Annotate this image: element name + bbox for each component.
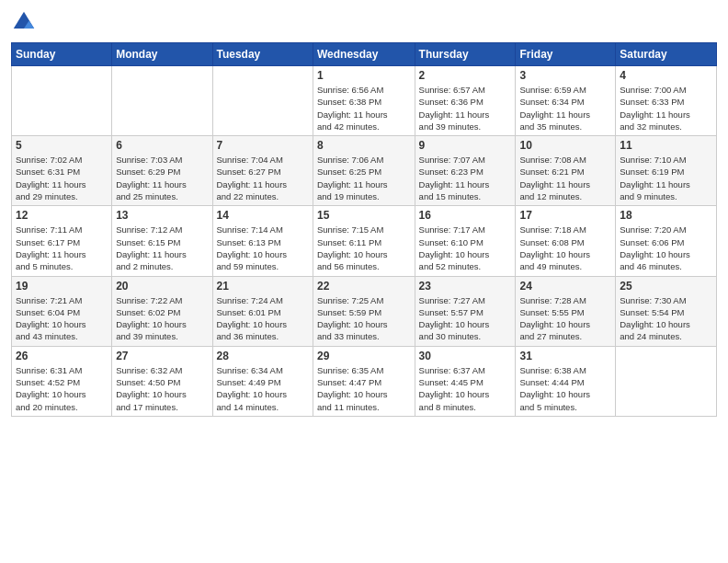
header (11, 9, 717, 35)
day-info: Sunrise: 6:35 AM Sunset: 4:47 PM Dayligh… (317, 364, 411, 413)
day-info: Sunrise: 7:03 AM Sunset: 6:29 PM Dayligh… (116, 154, 208, 202)
calendar-cell: 21Sunrise: 7:24 AM Sunset: 6:01 PM Dayli… (212, 276, 313, 346)
calendar-cell: 31Sunrise: 6:38 AM Sunset: 4:44 PM Dayli… (516, 346, 616, 416)
day-number: 13 (116, 209, 208, 222)
day-number: 20 (116, 280, 208, 293)
day-number: 30 (419, 350, 512, 362)
calendar-cell (12, 66, 112, 136)
day-number: 22 (317, 280, 411, 293)
calendar-cell: 25Sunrise: 7:30 AM Sunset: 5:54 PM Dayli… (616, 276, 717, 346)
day-info: Sunrise: 7:28 AM Sunset: 5:55 PM Dayligh… (519, 294, 611, 343)
day-number: 11 (620, 139, 712, 152)
day-info: Sunrise: 6:59 AM Sunset: 6:34 PM Dayligh… (519, 84, 611, 132)
day-info: Sunrise: 7:17 AM Sunset: 6:10 PM Dayligh… (419, 224, 512, 272)
calendar-cell: 5Sunrise: 7:02 AM Sunset: 6:31 PM Daylig… (12, 136, 112, 206)
day-info: Sunrise: 7:08 AM Sunset: 6:21 PM Dayligh… (519, 154, 611, 202)
calendar-cell: 30Sunrise: 6:37 AM Sunset: 4:45 PM Dayli… (415, 346, 516, 416)
day-info: Sunrise: 7:24 AM Sunset: 6:01 PM Dayligh… (217, 294, 309, 343)
day-info: Sunrise: 6:31 AM Sunset: 4:52 PM Dayligh… (16, 364, 108, 413)
day-info: Sunrise: 7:11 AM Sunset: 6:17 PM Dayligh… (16, 224, 108, 272)
day-number: 24 (519, 280, 611, 293)
calendar-header-row: SundayMondayTuesdayWednesdayThursdayFrid… (12, 43, 717, 66)
calendar-header-sunday: Sunday (12, 43, 112, 66)
calendar-cell: 12Sunrise: 7:11 AM Sunset: 6:17 PM Dayli… (12, 206, 112, 276)
day-number: 17 (519, 209, 611, 222)
day-number: 19 (16, 280, 108, 293)
day-number: 14 (217, 209, 309, 222)
logo (11, 9, 40, 35)
calendar-cell: 6Sunrise: 7:03 AM Sunset: 6:29 PM Daylig… (112, 136, 212, 206)
calendar-cell: 4Sunrise: 7:00 AM Sunset: 6:33 PM Daylig… (616, 66, 717, 136)
calendar-cell: 19Sunrise: 7:21 AM Sunset: 6:04 PM Dayli… (12, 276, 112, 346)
day-info: Sunrise: 7:20 AM Sunset: 6:06 PM Dayligh… (620, 224, 712, 272)
day-info: Sunrise: 7:15 AM Sunset: 6:11 PM Dayligh… (317, 224, 411, 272)
day-number: 16 (419, 209, 512, 222)
day-number: 15 (317, 209, 411, 222)
calendar-header-monday: Monday (112, 43, 212, 66)
calendar-cell: 20Sunrise: 7:22 AM Sunset: 6:02 PM Dayli… (112, 276, 212, 346)
calendar-cell: 11Sunrise: 7:10 AM Sunset: 6:19 PM Dayli… (616, 136, 717, 206)
calendar-cell: 17Sunrise: 7:18 AM Sunset: 6:08 PM Dayli… (516, 206, 616, 276)
calendar-cell: 16Sunrise: 7:17 AM Sunset: 6:10 PM Dayli… (415, 206, 516, 276)
calendar-week-row: 5Sunrise: 7:02 AM Sunset: 6:31 PM Daylig… (12, 136, 717, 206)
calendar-header-wednesday: Wednesday (313, 43, 415, 66)
day-info: Sunrise: 7:21 AM Sunset: 6:04 PM Dayligh… (16, 294, 108, 343)
day-info: Sunrise: 7:00 AM Sunset: 6:33 PM Dayligh… (620, 84, 712, 132)
day-info: Sunrise: 7:04 AM Sunset: 6:27 PM Dayligh… (217, 154, 309, 202)
day-info: Sunrise: 6:37 AM Sunset: 4:45 PM Dayligh… (419, 364, 512, 413)
day-info: Sunrise: 7:18 AM Sunset: 6:08 PM Dayligh… (519, 224, 611, 272)
calendar-cell (616, 346, 717, 416)
calendar-cell: 15Sunrise: 7:15 AM Sunset: 6:11 PM Dayli… (313, 206, 415, 276)
calendar-cell: 24Sunrise: 7:28 AM Sunset: 5:55 PM Dayli… (516, 276, 616, 346)
day-number: 12 (16, 209, 108, 222)
calendar-cell: 27Sunrise: 6:32 AM Sunset: 4:50 PM Dayli… (112, 346, 212, 416)
calendar-header-saturday: Saturday (616, 43, 717, 66)
calendar-cell: 1Sunrise: 6:56 AM Sunset: 6:38 PM Daylig… (313, 66, 415, 136)
day-info: Sunrise: 7:06 AM Sunset: 6:25 PM Dayligh… (317, 154, 411, 202)
day-number: 8 (317, 139, 411, 152)
day-number: 2 (419, 69, 512, 82)
day-info: Sunrise: 7:25 AM Sunset: 5:59 PM Dayligh… (317, 294, 411, 343)
calendar-week-row: 12Sunrise: 7:11 AM Sunset: 6:17 PM Dayli… (12, 206, 717, 276)
day-info: Sunrise: 7:22 AM Sunset: 6:02 PM Dayligh… (116, 294, 208, 343)
day-number: 31 (519, 350, 611, 362)
day-number: 9 (419, 139, 512, 152)
day-info: Sunrise: 7:30 AM Sunset: 5:54 PM Dayligh… (620, 294, 712, 343)
calendar-header-thursday: Thursday (415, 43, 516, 66)
day-info: Sunrise: 6:56 AM Sunset: 6:38 PM Dayligh… (317, 84, 411, 132)
day-number: 3 (519, 69, 611, 82)
day-info: Sunrise: 6:32 AM Sunset: 4:50 PM Dayligh… (116, 364, 208, 413)
day-info: Sunrise: 7:10 AM Sunset: 6:19 PM Dayligh… (620, 154, 712, 202)
calendar-cell (212, 66, 313, 136)
calendar-cell: 2Sunrise: 6:57 AM Sunset: 6:36 PM Daylig… (415, 66, 516, 136)
calendar-cell: 23Sunrise: 7:27 AM Sunset: 5:57 PM Dayli… (415, 276, 516, 346)
calendar-cell (112, 66, 212, 136)
calendar-week-row: 1Sunrise: 6:56 AM Sunset: 6:38 PM Daylig… (12, 66, 717, 136)
calendar-cell: 26Sunrise: 6:31 AM Sunset: 4:52 PM Dayli… (12, 346, 112, 416)
day-number: 6 (116, 139, 208, 152)
day-info: Sunrise: 7:02 AM Sunset: 6:31 PM Dayligh… (16, 154, 108, 202)
calendar-cell: 22Sunrise: 7:25 AM Sunset: 5:59 PM Dayli… (313, 276, 415, 346)
calendar-cell: 8Sunrise: 7:06 AM Sunset: 6:25 PM Daylig… (313, 136, 415, 206)
calendar-week-row: 26Sunrise: 6:31 AM Sunset: 4:52 PM Dayli… (12, 346, 717, 416)
day-info: Sunrise: 7:14 AM Sunset: 6:13 PM Dayligh… (217, 224, 309, 272)
page-container: SundayMondayTuesdayWednesdayThursdayFrid… (0, 0, 728, 426)
day-number: 27 (116, 350, 208, 362)
day-number: 23 (419, 280, 512, 293)
calendar-cell: 18Sunrise: 7:20 AM Sunset: 6:06 PM Dayli… (616, 206, 717, 276)
logo-icon (11, 9, 37, 35)
calendar-cell: 10Sunrise: 7:08 AM Sunset: 6:21 PM Dayli… (516, 136, 616, 206)
calendar-week-row: 19Sunrise: 7:21 AM Sunset: 6:04 PM Dayli… (12, 276, 717, 346)
calendar-cell: 14Sunrise: 7:14 AM Sunset: 6:13 PM Dayli… (212, 206, 313, 276)
day-number: 4 (620, 69, 712, 82)
day-info: Sunrise: 6:38 AM Sunset: 4:44 PM Dayligh… (519, 364, 611, 413)
calendar-cell: 13Sunrise: 7:12 AM Sunset: 6:15 PM Dayli… (112, 206, 212, 276)
calendar-cell: 3Sunrise: 6:59 AM Sunset: 6:34 PM Daylig… (516, 66, 616, 136)
day-number: 1 (317, 69, 411, 82)
day-number: 26 (16, 350, 108, 362)
day-number: 29 (317, 350, 411, 362)
day-info: Sunrise: 7:27 AM Sunset: 5:57 PM Dayligh… (419, 294, 512, 343)
calendar-cell: 9Sunrise: 7:07 AM Sunset: 6:23 PM Daylig… (415, 136, 516, 206)
day-info: Sunrise: 7:07 AM Sunset: 6:23 PM Dayligh… (419, 154, 512, 202)
day-number: 25 (620, 280, 712, 293)
